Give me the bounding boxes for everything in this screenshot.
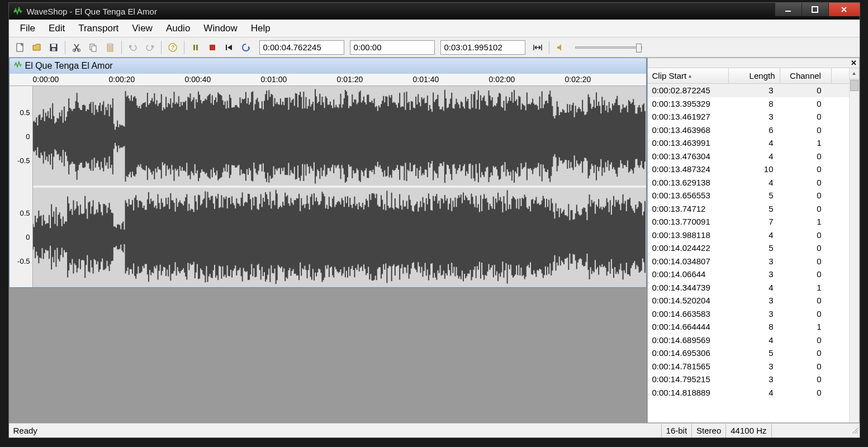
- clip-row[interactable]: 0:00:02.87224530: [648, 84, 849, 97]
- clip-cell-length: 3: [729, 374, 780, 384]
- clip-row[interactable]: 0:00:14.69530650: [648, 346, 849, 360]
- fit-selection-button[interactable]: [530, 40, 546, 55]
- clip-row[interactable]: 0:00:13.46396860: [648, 123, 849, 137]
- clip-row[interactable]: 0:00:13.7471250: [648, 202, 849, 216]
- copy-button[interactable]: [86, 40, 101, 55]
- clip-scrollbar[interactable]: [849, 68, 859, 422]
- clip-table-body[interactable]: 0:00:02.872245300:00:13.395329800:00:13.…: [648, 84, 849, 422]
- clip-cell-start: 0:00:14.520204: [648, 296, 729, 305]
- menu-edit[interactable]: Edit: [42, 21, 72, 36]
- clip-row[interactable]: 0:00:13.39532980: [648, 97, 849, 111]
- open-button[interactable]: [29, 40, 45, 55]
- close-button[interactable]: [828, 3, 860, 16]
- status-channels: Stereo: [691, 424, 725, 438]
- document-titlebar[interactable]: El Que Tenga El Amor: [10, 58, 646, 74]
- clip-row[interactable]: 0:00:13.77009171: [648, 215, 849, 229]
- amp-label: 0: [26, 233, 30, 241]
- clip-row[interactable]: 0:00:13.487324100: [648, 163, 849, 176]
- menu-file[interactable]: File: [13, 21, 42, 36]
- clip-header-length[interactable]: Length: [729, 68, 780, 83]
- clip-cell-length: 4: [729, 388, 780, 397]
- clip-cell-channel: 0: [780, 348, 832, 358]
- clip-cell-channel: 0: [780, 335, 832, 345]
- clip-row[interactable]: 0:00:14.66444481: [648, 320, 849, 334]
- clip-row[interactable]: 0:00:13.98811840: [648, 229, 849, 242]
- clip-row[interactable]: 0:00:13.46399141: [648, 136, 849, 150]
- clip-row[interactable]: 0:00:13.47630440: [648, 150, 849, 163]
- clip-row[interactable]: 0:00:13.46192730: [648, 110, 849, 123]
- clip-cell-channel: 0: [780, 388, 832, 397]
- volume-slider[interactable]: [575, 46, 642, 49]
- waveform-body: 0.5 0 -0.5 0.5 0 -0.5: [10, 86, 646, 287]
- undo-button[interactable]: [125, 40, 141, 55]
- time-tick: 0:02:00: [489, 75, 515, 84]
- clip-row[interactable]: 0:00:13.65655350: [648, 189, 849, 202]
- clip-cell-length: 3: [729, 256, 780, 266]
- scrollbar-thumb[interactable]: [850, 80, 858, 91]
- clip-header-start[interactable]: Clip Start▴: [648, 68, 729, 83]
- clip-cell-length: 5: [729, 348, 780, 358]
- minimize-button[interactable]: [775, 3, 801, 16]
- help-button[interactable]: ?: [165, 40, 181, 55]
- clip-row[interactable]: 0:00:14.0664430: [648, 268, 849, 281]
- menu-window[interactable]: Window: [197, 21, 244, 36]
- waveform-canvas[interactable]: [33, 86, 646, 287]
- clip-cell-start: 0:00:14.664444: [648, 322, 729, 331]
- menu-audio[interactable]: Audio: [159, 21, 197, 36]
- menu-view[interactable]: View: [125, 21, 159, 36]
- clip-row[interactable]: 0:00:14.34473941: [648, 281, 849, 294]
- redo-button[interactable]: [142, 40, 158, 55]
- rewind-button[interactable]: [221, 40, 237, 55]
- clip-cell-channel: 1: [780, 217, 832, 226]
- clip-cell-length: 5: [729, 204, 780, 213]
- clip-header-channel[interactable]: Channel: [780, 68, 832, 83]
- maximize-button[interactable]: [801, 3, 828, 16]
- clip-panel-close-icon[interactable]: ✕: [851, 59, 857, 67]
- amp-label: 0: [26, 132, 30, 141]
- clip-row[interactable]: 0:00:14.79521530: [648, 373, 849, 386]
- menubar: File Edit Transport View Audio Window He…: [9, 20, 860, 37]
- clip-row[interactable]: 0:00:14.52020430: [648, 294, 849, 307]
- loop-button[interactable]: [238, 40, 254, 55]
- pause-button[interactable]: [188, 40, 203, 55]
- menu-transport[interactable]: Transport: [72, 21, 125, 36]
- clip-cell-start: 0:00:14.689569: [648, 335, 729, 345]
- clip-cell-start: 0:00:13.461927: [648, 112, 729, 121]
- time-current-field[interactable]: [259, 40, 344, 55]
- separator: [161, 41, 162, 54]
- clip-row[interactable]: 0:00:14.02442250: [648, 241, 849, 255]
- time-selection-start-field[interactable]: [350, 40, 435, 55]
- clip-row[interactable]: 0:00:14.66358330: [648, 307, 849, 321]
- clip-cell-length: 3: [729, 269, 780, 279]
- new-button[interactable]: [12, 40, 28, 55]
- save-button[interactable]: [46, 40, 61, 55]
- cut-button[interactable]: [69, 40, 84, 55]
- clip-panel-header: ✕: [648, 58, 859, 68]
- time-ruler[interactable]: 0:00:00 0:00:20 0:00:40 0:01:00 0:01:20 …: [10, 74, 646, 86]
- clip-row[interactable]: 0:00:14.68956940: [648, 334, 849, 347]
- clip-cell-start: 0:00:13.988118: [648, 230, 729, 240]
- clip-cell-channel: 0: [780, 230, 832, 240]
- window-title: WaveShop - El Que Tenga El Amor: [27, 7, 775, 16]
- stop-button[interactable]: [205, 40, 220, 55]
- document-title: El Que Tenga El Amor: [25, 61, 113, 71]
- svg-rect-4: [51, 44, 56, 47]
- menu-help[interactable]: Help: [244, 21, 277, 36]
- clip-row[interactable]: 0:00:14.81888940: [648, 386, 849, 400]
- resize-grip-icon[interactable]: [850, 426, 860, 435]
- clip-row[interactable]: 0:00:14.78156530: [648, 360, 849, 373]
- titlebar[interactable]: WaveShop - El Que Tenga El Amor: [9, 3, 860, 20]
- volume-thumb[interactable]: [636, 44, 642, 53]
- clip-cell-channel: 0: [780, 85, 832, 95]
- svg-rect-15: [196, 45, 198, 50]
- time-selection-end-field[interactable]: [440, 40, 525, 55]
- separator: [121, 41, 122, 54]
- clip-cell-start: 0:00:13.487324: [648, 164, 729, 174]
- clip-cell-start: 0:00:13.463991: [648, 138, 729, 148]
- clip-row[interactable]: 0:00:14.03480730: [648, 255, 849, 268]
- clip-cell-channel: 0: [780, 256, 832, 266]
- paste-button[interactable]: [102, 40, 118, 55]
- mute-button[interactable]: [553, 40, 568, 55]
- clip-row[interactable]: 0:00:13.62913840: [648, 176, 849, 189]
- clip-cell-start: 0:00:14.781565: [648, 362, 729, 371]
